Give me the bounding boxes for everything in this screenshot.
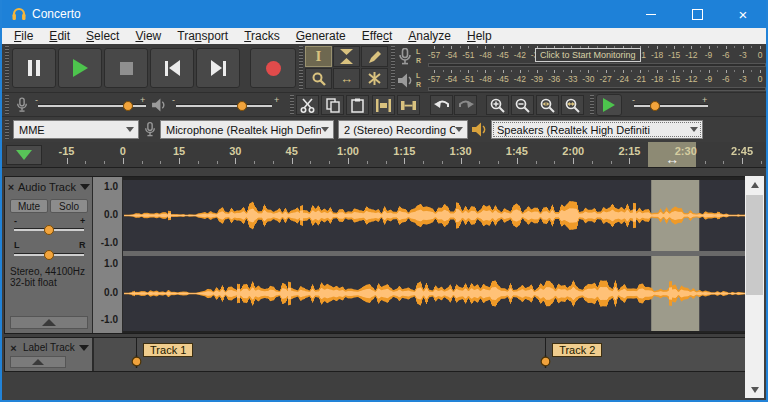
close-button[interactable]: × [720,0,766,28]
pan-slider[interactable] [14,248,84,262]
scroll-down-button[interactable] [745,381,764,398]
redo-button[interactable] [454,95,477,115]
audio-track-collapse-button[interactable] [10,316,88,329]
menu-edit[interactable]: Edit [41,29,78,43]
playback-volume-slider[interactable] [176,99,272,113]
solo-button[interactable]: Solo [50,199,88,213]
scale-label: 1.0 [104,258,118,269]
time-label: 1:30 [450,145,472,157]
record-meter-lr-label: LR [416,47,421,65]
transport-toolbar-grip[interactable] [5,46,9,90]
time-label: 1:00 [337,145,359,157]
audio-track: × Audio Track Mute Solo - + L R Stereo, … [4,176,748,334]
stop-button[interactable] [104,48,148,88]
label-marker-icon[interactable] [540,354,551,367]
menu-view[interactable]: View [127,29,169,43]
record-button[interactable] [250,48,296,88]
timeline: ↔ -1501530451:001:151:301:452:002:152:30… [2,142,766,168]
scroll-up-button[interactable] [745,176,764,193]
label-text[interactable]: Track 1 [143,343,193,357]
track-menu-icon[interactable] [79,345,89,351]
vertical-scale-ruler[interactable]: 1.0 0.0 -1.0 1.0 0.0 -1.0 [93,177,123,333]
redo-icon [458,99,474,111]
collapse-up-icon [42,319,56,326]
track-menu-icon[interactable] [80,184,90,190]
scroll-up-icon [751,182,759,188]
play-speed-slider[interactable] [634,99,708,113]
chevron-down-icon [126,127,134,132]
toolbar-row-1: I ↔ LR -57-54-51-48-45-42-39-36-33-30-27… [2,44,766,92]
label-track-close-button[interactable]: × [7,341,20,354]
recording-volume-slider[interactable] [38,99,146,113]
audio-track-close-button[interactable]: × [7,180,15,193]
selection-tool-button[interactable]: I [305,46,332,67]
device-toolbar-grip[interactable] [5,120,9,140]
menu-analyze[interactable]: Analyze [400,29,459,43]
label-row[interactable]: Track 1Track 2 [93,338,747,371]
record-meter[interactable]: LR -57-54-51-48-45-42-39-36-33-30-27-24-… [396,45,768,68]
window-title: Concerto [32,7,81,21]
zoom-selection-button[interactable] [536,95,559,115]
quick-play-button[interactable] [6,145,42,165]
waveform-area[interactable] [123,177,751,333]
edit-toolbar-grip[interactable] [290,95,294,115]
minimize-icon [646,14,656,15]
label-track-collapse-button[interactable] [10,356,66,368]
record-meter-mic-icon [398,48,412,65]
tools-toolbar-grip[interactable] [299,46,303,90]
waveform-canvas[interactable] [123,177,751,333]
menu-file[interactable]: File [6,29,41,43]
paste-button[interactable] [346,95,369,115]
draw-tool-button[interactable] [361,46,388,67]
menu-transport[interactable]: Transport [169,29,236,43]
maximize-button[interactable] [674,0,720,28]
envelope-tool-button[interactable] [333,46,360,67]
mixer-toolbar-grip[interactable] [5,95,9,115]
audio-host-dropdown[interactable]: MME [13,120,139,139]
menu-tracks[interactable]: Tracks [236,29,288,43]
multi-tool-button[interactable] [361,68,388,89]
play-meter-bar [428,87,766,91]
vertical-scrollbar[interactable] [745,176,764,398]
toolbar-row-2: - + - + [2,92,766,116]
menu-effect[interactable]: Effect [354,29,400,43]
play-at-speed-toolbar-grip[interactable] [590,95,594,115]
mixer-speaker-icon [152,98,167,112]
recording-channels-dropdown[interactable]: 2 (Stereo) Recording Channels [338,120,468,139]
playback-device-dropdown[interactable]: Speakers (Realtek High Definiti [491,120,703,139]
gain-slider[interactable] [14,223,84,237]
copy-button[interactable] [321,95,344,115]
recording-device-dropdown[interactable]: Microphone (Realtek High Defini [160,120,334,139]
monitoring-tooltip[interactable]: Click to Start Monitoring [535,48,641,62]
time-shift-tool-button[interactable]: ↔ [333,68,360,89]
play-button[interactable] [58,48,102,88]
minimize-button[interactable] [628,0,674,28]
undo-button[interactable] [430,95,453,115]
mute-button[interactable]: Mute [10,199,48,213]
trim-audio-button[interactable] [372,95,395,115]
menu-select[interactable]: Select [78,29,127,43]
pause-button[interactable] [12,48,56,88]
scrollbar-thumb[interactable] [746,195,763,295]
zoom-project-button[interactable] [561,95,584,115]
timeline-ruler[interactable]: ↔ -1501530451:001:151:301:452:002:152:30… [46,142,766,167]
cut-button[interactable] [296,95,319,115]
label-text[interactable]: Track 2 [552,343,602,357]
zoom-out-button[interactable] [511,95,534,115]
silence-audio-button[interactable] [397,95,420,115]
menu-help[interactable]: Help [459,29,500,43]
zoom-tool-button[interactable] [305,68,332,89]
title-bar: Concerto × [2,0,766,28]
skip-to-start-button[interactable] [150,48,194,88]
play-meter[interactable]: LR -57-54-51-48-45-42-39-36-33-30-27-24-… [396,69,768,92]
label-marker-icon[interactable] [131,354,142,367]
stop-icon [120,62,133,75]
skip-to-end-button[interactable] [196,48,240,88]
scale-label: -1.0 [101,314,118,325]
menu-generate[interactable]: Generate [288,29,354,43]
time-shift-tool-icon: ↔ [340,72,353,85]
play-at-speed-button[interactable] [596,94,622,116]
zoom-in-button[interactable] [486,95,509,115]
meter-toolbar-grip[interactable] [391,46,395,90]
chevron-down-icon [321,127,329,132]
